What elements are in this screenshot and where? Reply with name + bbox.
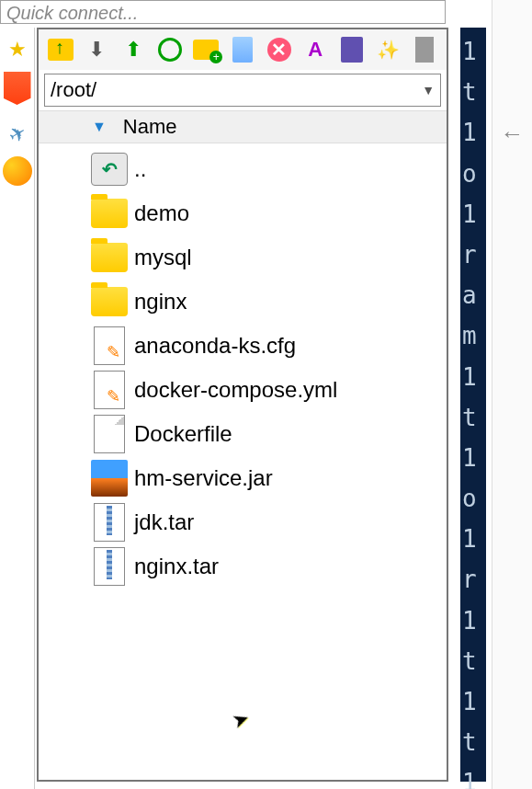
tag-icon[interactable] xyxy=(4,72,31,105)
archive-file-icon xyxy=(90,504,129,541)
back-arrow-icon[interactable]: ← xyxy=(501,120,525,148)
file-item[interactable]: nginx.tar xyxy=(39,544,447,589)
path-bar[interactable]: ▼ xyxy=(44,74,441,107)
parent-dir-row[interactable]: ↶ .. xyxy=(39,147,447,191)
new-file-button[interactable] xyxy=(228,35,257,64)
send-icon[interactable]: ✈ xyxy=(0,114,37,154)
left-sidebar: ★ ✈ xyxy=(0,28,35,789)
delete-button[interactable]: ✕ xyxy=(265,35,294,64)
config-file-icon xyxy=(90,327,129,364)
toolbar: ⬇ ⬆ ✕ A ✨ xyxy=(39,29,447,70)
file-icon xyxy=(90,416,129,452)
archive-file-icon xyxy=(90,548,129,585)
file-name: Dockerfile xyxy=(134,421,232,447)
jar-file-icon xyxy=(90,460,129,497)
file-name: hm-service.jar xyxy=(134,465,273,491)
expand-button[interactable] xyxy=(410,35,439,64)
name-column-header: Name xyxy=(123,115,177,139)
quick-connect-bar[interactable]: Quick connect... xyxy=(0,0,446,24)
path-input[interactable] xyxy=(51,78,422,102)
refresh-button[interactable] xyxy=(155,35,185,64)
column-header[interactable]: ▼ Name xyxy=(39,110,447,143)
folder-item[interactable]: demo xyxy=(39,191,447,235)
file-browser-panel: ⬇ ⬆ ✕ A ✨ ▼ ▼ Name ↶ .. demo mys xyxy=(37,28,448,782)
wand-button[interactable]: ✨ xyxy=(374,35,403,64)
folder-icon xyxy=(90,283,129,320)
folder-item[interactable]: mysql xyxy=(39,235,447,280)
parent-dir-button[interactable] xyxy=(46,35,75,64)
download-button[interactable]: ⬇ xyxy=(83,35,112,64)
far-right-panel: ← xyxy=(492,0,532,789)
file-item[interactable]: jdk.tar xyxy=(39,500,447,544)
folder-icon xyxy=(90,239,129,276)
sort-arrow-icon: ▼ xyxy=(92,119,107,135)
file-item[interactable]: Dockerfile xyxy=(39,412,447,456)
file-item[interactable]: hm-service.jar xyxy=(39,456,447,500)
file-name: jdk.tar xyxy=(134,509,194,535)
text-button[interactable]: A xyxy=(300,35,330,64)
file-name: demo xyxy=(134,200,189,226)
star-icon[interactable]: ★ xyxy=(3,35,32,64)
file-item[interactable]: anaconda-ks.cfg xyxy=(39,324,447,368)
file-name: nginx xyxy=(134,289,187,314)
config-file-icon xyxy=(90,372,129,408)
folder-icon xyxy=(90,195,129,232)
path-dropdown-icon[interactable]: ▼ xyxy=(422,83,435,97)
file-name: nginx.tar xyxy=(134,554,219,579)
upload-button[interactable]: ⬆ xyxy=(119,35,148,64)
file-name: mysql xyxy=(134,245,192,270)
right-code-strip: 1 t 1 o 1 r a m 1 t 1 o 1 r 1 t 1 t 1 o xyxy=(460,28,486,782)
globe-icon[interactable] xyxy=(3,156,32,186)
panel-button[interactable] xyxy=(337,35,367,64)
file-name: .. xyxy=(134,156,146,182)
file-list: ↶ .. demo mysql nginx anaconda-ks.cfg do… xyxy=(39,143,447,592)
file-item[interactable]: docker-compose.yml xyxy=(39,368,447,412)
new-folder-button[interactable] xyxy=(192,35,221,64)
folder-item[interactable]: nginx xyxy=(39,280,447,324)
file-name: anaconda-ks.cfg xyxy=(134,333,296,359)
file-name: docker-compose.yml xyxy=(134,377,337,403)
